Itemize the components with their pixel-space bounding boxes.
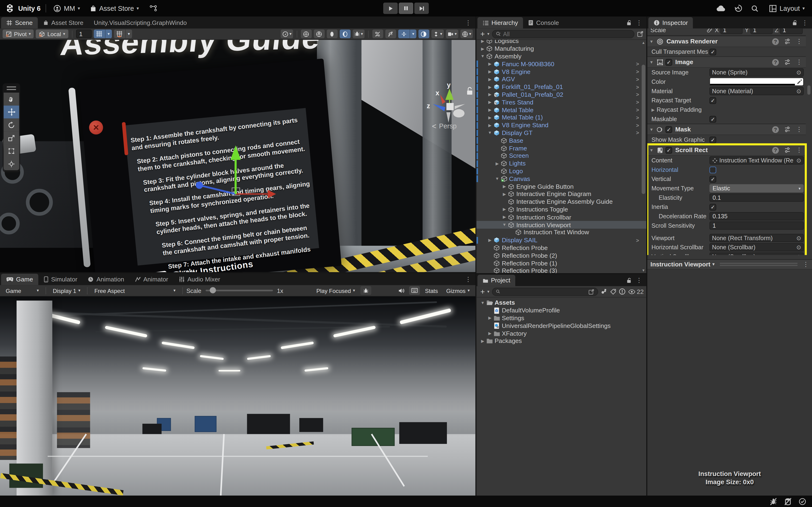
- hierarchy-item-frame[interactable]: Frame: [476, 144, 646, 152]
- favorites-icon[interactable]: [619, 288, 625, 295]
- cache-server-disabled-icon[interactable]: [783, 497, 793, 505]
- debugger-disabled-icon[interactable]: [768, 497, 778, 505]
- cull-transparent-mes-checkbox[interactable]: ✓: [710, 48, 716, 55]
- presets-icon[interactable]: [784, 38, 791, 44]
- play-focused-dropdown[interactable]: Play Focused▾: [313, 286, 358, 295]
- tab-game[interactable]: Game: [1, 274, 38, 285]
- foldout-icon[interactable]: ▼: [479, 54, 486, 59]
- hierarchy-item-lights[interactable]: ▶Lights: [476, 160, 646, 168]
- filter-by-type-icon[interactable]: [601, 288, 607, 295]
- inertia-checkbox[interactable]: ✓: [710, 204, 716, 210]
- visual-scripting-icon[interactable]: [147, 5, 160, 12]
- prefab-open-chevron[interactable]: >: [636, 115, 639, 120]
- preview-header[interactable]: Instruction Viewport▾ ⋮: [647, 259, 812, 269]
- hierarchy-item-v8-engine-stand[interactable]: ▶V8 Engine Stand>: [476, 121, 646, 129]
- scene-panel-menu-icon[interactable]: ⋮: [465, 19, 471, 26]
- move-gizmo[interactable]: [193, 142, 281, 204]
- hierarchy-panel-menu-icon[interactable]: ⋮: [636, 19, 642, 26]
- scale-x-field[interactable]: 1: [720, 29, 743, 34]
- rotate-tool-button[interactable]: [4, 119, 19, 131]
- foldout-icon[interactable]: ▼: [501, 223, 507, 227]
- filter-by-label-icon[interactable]: [610, 288, 616, 294]
- maskable-checkbox[interactable]: ✓: [710, 116, 716, 122]
- prefab-open-chevron[interactable]: >: [636, 84, 639, 90]
- component-enabled-checkbox[interactable]: ✓: [665, 59, 672, 65]
- help-icon[interactable]: ?: [772, 147, 779, 154]
- hierarchy-item-pallet-01a-prefab-02[interactable]: ▶Pallet_01a_Prefab_02>: [476, 91, 646, 99]
- hierarchy-item-agv[interactable]: ▶AGV>: [476, 75, 646, 83]
- foldout-icon[interactable]: ▶: [487, 69, 493, 74]
- hierarchy-item-instruction-scrollbar[interactable]: ▶Instruction Scrollbar: [476, 213, 646, 221]
- tab-animation[interactable]: Animation: [83, 274, 129, 285]
- tab-audio-mixer[interactable]: Audio Mixer: [173, 274, 225, 285]
- object-picker-icon[interactable]: ⊙: [796, 253, 801, 255]
- scroll-sensitivity-field[interactable]: 1: [710, 221, 804, 230]
- hierarchy-item-reflection-probe-2-[interactable]: Reflection Probe (2): [476, 251, 646, 260]
- foldout-icon[interactable]: ▶: [487, 92, 493, 97]
- scene-globe-dropdown[interactable]: ▾: [460, 30, 473, 38]
- tab-hierarchy[interactable]: Hierarchy: [477, 17, 523, 29]
- presets-icon[interactable]: [784, 126, 791, 132]
- prefab-open-chevron[interactable]: >: [636, 237, 639, 243]
- hierarchy-item-metal-table-1-[interactable]: ▶Metal Table (1)>: [476, 114, 646, 122]
- vertical-scrollbar-object-field[interactable]: None (Scrollbar)⊙: [710, 252, 804, 255]
- scale-y-field[interactable]: 1: [751, 29, 773, 34]
- grid-snap-toggle[interactable]: ▾: [94, 30, 112, 38]
- prefab-open-chevron[interactable]: >: [636, 100, 639, 105]
- effects-dropdown[interactable]: ▾: [353, 30, 365, 38]
- foldout-icon[interactable]: ▼: [649, 148, 655, 152]
- project-item-settings[interactable]: ▶Settings: [476, 314, 646, 322]
- hierarchy-search-input[interactable]: [503, 31, 631, 37]
- foldout-icon[interactable]: ▶: [501, 207, 507, 212]
- increment-snap-toggle[interactable]: ▾: [114, 30, 132, 38]
- hierarchy-item-logo[interactable]: Logo: [476, 167, 646, 175]
- persp-label[interactable]: <Persp: [432, 122, 457, 130]
- component-menu-icon[interactable]: ⋮: [796, 126, 802, 133]
- help-icon[interactable]: ?: [772, 59, 779, 65]
- play-button[interactable]: [383, 3, 398, 14]
- search-icon[interactable]: [751, 4, 759, 12]
- scale-slider[interactable]: [205, 290, 273, 291]
- foldout-icon[interactable]: ▶: [487, 85, 493, 90]
- foldout-icon[interactable]: ▶: [487, 238, 493, 242]
- object-picker-icon[interactable]: ⊙: [796, 88, 801, 95]
- foldout-icon[interactable]: ▶: [487, 108, 493, 112]
- object-picker-icon[interactable]: ⊙: [796, 235, 801, 241]
- hierarchy-item-tires-stand[interactable]: ▶Tires Stand>: [476, 99, 646, 106]
- tab-asset-store[interactable]: Asset Store: [38, 17, 89, 29]
- pivot-toggle-button[interactable]: Pivot▾: [3, 30, 34, 38]
- effects-toggle[interactable]: [340, 30, 351, 38]
- component-menu-icon[interactable]: ⋮: [796, 58, 802, 66]
- project-search-input[interactable]: [503, 288, 586, 294]
- foldout-icon[interactable]: ▶: [487, 316, 493, 321]
- move-tool-button[interactable]: [4, 106, 19, 119]
- presets-icon[interactable]: [784, 59, 791, 65]
- tab-project[interactable]: Project: [477, 275, 515, 286]
- foldout-icon[interactable]: ▶: [494, 161, 500, 166]
- display-dropdown[interactable]: Display 1▾: [50, 286, 84, 295]
- 2d-toggle[interactable]: [301, 30, 312, 38]
- color-swatch[interactable]: [710, 78, 804, 86]
- component-enabled-checkbox[interactable]: ✓: [665, 147, 672, 154]
- scene-audio-mute[interactable]: [372, 30, 383, 38]
- foldout-icon[interactable]: ▶: [487, 331, 493, 336]
- foldout-icon[interactable]: ▶: [487, 123, 493, 128]
- foldout-icon[interactable]: ▼: [494, 176, 500, 181]
- presets-icon[interactable]: [784, 147, 791, 153]
- hierarchy-item-fanuc-m-900ib360[interactable]: ▶Fanuc M-900iB360>: [476, 60, 646, 68]
- hierarchy-item-instructions-toggle[interactable]: ▶Instructions Toggle: [476, 206, 646, 213]
- hierarchy-add-button[interactable]: ＋▾: [479, 30, 490, 39]
- game-viewport[interactable]: [0, 296, 475, 496]
- scene-viewport[interactable]: Assembly Guide ✕ Step 1: Assemble the cr…: [0, 40, 475, 272]
- prefab-open-chevron[interactable]: >: [636, 61, 639, 67]
- foldout-icon[interactable]: ▶: [652, 107, 657, 112]
- lock-icon[interactable]: [626, 19, 632, 25]
- progress-ok-icon[interactable]: [798, 497, 807, 505]
- hierarchy-item-canvas[interactable]: ▼Canvas: [476, 175, 646, 183]
- asset-store-menu[interactable]: Asset Store▾: [87, 4, 141, 12]
- game-debug-button[interactable]: [360, 286, 371, 295]
- help-icon[interactable]: ?: [772, 126, 779, 133]
- foldout-icon[interactable]: ▶: [501, 192, 507, 196]
- material-object-field[interactable]: None (Material)⊙: [710, 87, 804, 95]
- elasticity-field[interactable]: 0.1: [710, 193, 804, 202]
